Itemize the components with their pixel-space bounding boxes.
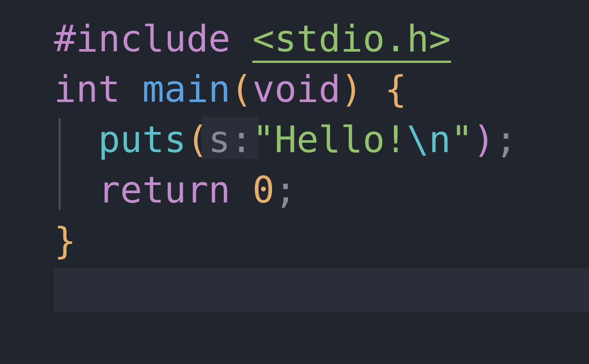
code-block: #include <stdio.h> int main(void) { puts… (54, 13, 517, 266)
token-paren-open: ( (230, 68, 252, 110)
current-line-highlight (54, 269, 589, 312)
token-escape: \n (407, 118, 451, 161)
token-string-quote: " (451, 118, 473, 161)
token-brace-close: } (54, 219, 76, 262)
token-number: 0 (252, 169, 274, 211)
token-void: void (252, 68, 340, 110)
token-semicolon: ; (495, 118, 517, 161)
token-brace-open: { (385, 68, 407, 110)
code-editor[interactable]: #include <stdio.h> int main(void) { puts… (0, 0, 589, 364)
token-string-quote: " (252, 118, 274, 161)
token-return: return (98, 169, 230, 211)
token-include: #include (54, 17, 230, 60)
token-func-main: main (142, 68, 230, 110)
token-func-puts: puts (98, 118, 186, 161)
token-paren-open: ( (186, 118, 208, 161)
token-paren-close: ) (473, 118, 495, 161)
token-string: Hello! (275, 118, 407, 161)
token-type-int: int (54, 68, 120, 110)
token-header: <stdio.h> (252, 17, 451, 63)
token-semicolon: ; (275, 169, 297, 211)
inlay-hint-s: s: (209, 118, 253, 161)
indent (54, 169, 98, 211)
token-paren-close: ) (341, 68, 363, 110)
indent (54, 118, 98, 161)
